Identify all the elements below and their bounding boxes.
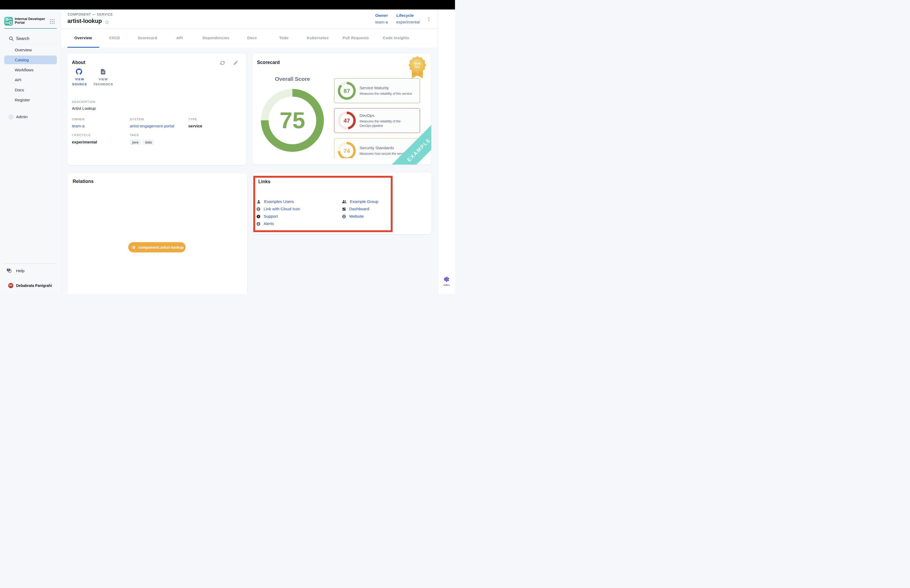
svg-text:74: 74 (343, 148, 350, 154)
svg-text:?: ? (8, 268, 9, 271)
svg-text:75: 75 (280, 107, 305, 133)
svg-text:?: ? (258, 215, 259, 218)
svg-text:Tier: Tier (415, 65, 420, 68)
svg-text:47: 47 (343, 117, 350, 124)
svg-text:87: 87 (343, 88, 350, 94)
svg-text:Gold: Gold (414, 62, 420, 65)
